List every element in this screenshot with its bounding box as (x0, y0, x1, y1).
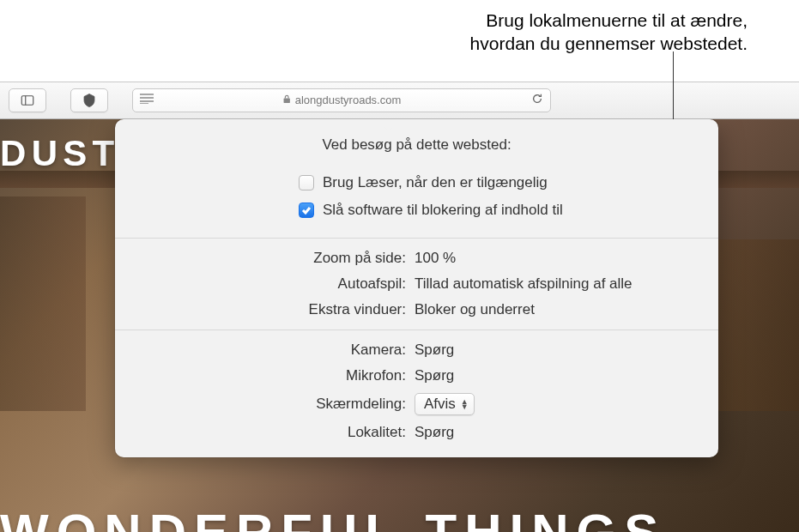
camera-select[interactable]: Spørg (415, 342, 454, 359)
reader-icon[interactable] (140, 94, 154, 106)
sidebar-icon (20, 93, 35, 108)
reload-button[interactable] (531, 94, 543, 107)
popups-row: Ekstra vinduer: Bloker og underret (115, 297, 718, 323)
address-bar[interactable]: alongdustyroads.com (132, 88, 551, 112)
mic-row: Mikrofon: Spørg (115, 363, 718, 389)
privacy-shield-button[interactable] (70, 88, 108, 112)
mic-label: Mikrofon: (136, 367, 415, 384)
divider (115, 238, 718, 239)
content-blockers-checkbox[interactable] (299, 203, 314, 218)
location-row: Lokalitet: Spørg (115, 420, 718, 445)
sidebar-button[interactable] (9, 88, 46, 112)
page-heading-bottom: WONDERFUL THINGS (0, 503, 666, 532)
svg-rect-0 (21, 95, 33, 105)
popover-title: Ved besøg på dette websted: (115, 119, 718, 162)
chevron-updown-icon: ▲▼ (461, 399, 469, 409)
content-blockers-label: Slå software til blokering af indhold ti… (323, 202, 563, 219)
browser-toolbar: alongdustyroads.com (0, 82, 799, 119)
autoplay-label: Autoafspil: (136, 275, 415, 293)
screenshare-label: Skærmdeling: (136, 396, 415, 413)
camera-label: Kamera: (136, 342, 415, 359)
url-text: alongdustyroads.com (295, 94, 402, 106)
content-blockers-row[interactable]: Slå software til blokering af indhold ti… (299, 196, 698, 224)
location-label: Lokalitet: (136, 424, 415, 441)
webpage-content: DUST WONDERFUL THINGS Ved besøg på dette… (0, 119, 799, 532)
annotation-line1: Brug lokalmenuerne til at ændre, (486, 10, 748, 30)
annotation-line2: hvordan du gennemser webstedet. (470, 33, 748, 53)
svg-rect-6 (284, 99, 290, 103)
mic-select[interactable]: Spørg (415, 367, 454, 384)
location-select[interactable]: Spørg (415, 424, 454, 441)
website-settings-popover: Ved besøg på dette websted: Brug Læser, … (115, 119, 718, 457)
use-reader-row[interactable]: Brug Læser, når den er tilgængelig (299, 169, 698, 196)
zoom-row: Zoom på side: 100 % (115, 245, 718, 271)
screenshare-value: Afvis (424, 396, 456, 413)
help-annotation: Brug lokalmenuerne til at ændre, hvordan… (0, 0, 799, 82)
use-reader-label: Brug Læser, når den er tilgængelig (323, 174, 548, 191)
camera-row: Kamera: Spørg (115, 337, 718, 363)
popups-select[interactable]: Bloker og underret (415, 301, 535, 318)
screenshare-row: Skærmdeling: Afvis ▲▼ (115, 389, 718, 420)
screenshare-select[interactable]: Afvis ▲▼ (415, 393, 475, 415)
lock-icon (282, 94, 292, 106)
popups-label: Ekstra vinduer: (136, 301, 415, 318)
zoom-label: Zoom på side: (136, 250, 415, 267)
shield-icon (82, 93, 97, 108)
divider (115, 329, 718, 330)
zoom-select[interactable]: 100 % (415, 250, 456, 267)
page-heading-top: DUST (0, 133, 120, 174)
autoplay-row: Autoafspil: Tillad automatisk afspilning… (115, 271, 718, 297)
autoplay-select[interactable]: Tillad automatisk afspilning af alle (415, 275, 633, 293)
use-reader-checkbox[interactable] (299, 175, 314, 190)
